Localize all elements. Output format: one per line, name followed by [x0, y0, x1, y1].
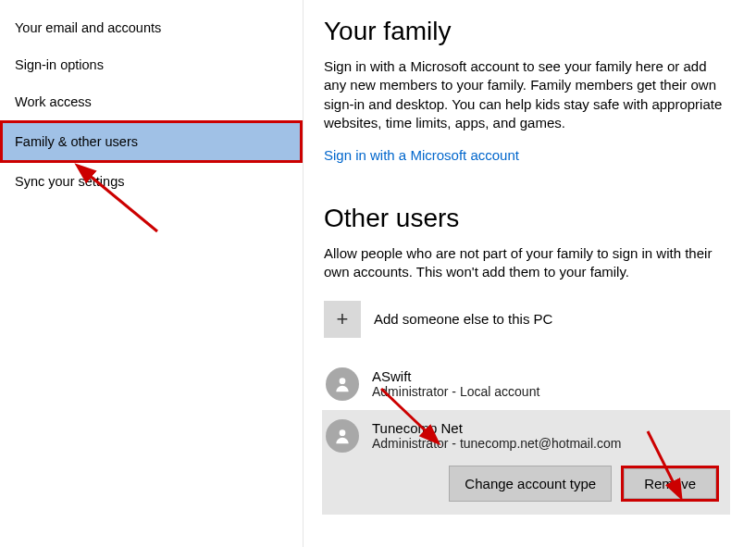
user-name: ASwift [372, 368, 539, 384]
user-actions: Change account type Remove [324, 466, 719, 502]
user-subtitle: Administrator - tunecomp.net@hotmail.com [372, 436, 621, 451]
sidebar-item-family-users-highlight: Family & other users [0, 120, 303, 163]
add-user-button[interactable]: + Add someone else to this PC [324, 301, 730, 338]
main-content: Your family Sign in with a Microsoft acc… [304, 0, 756, 547]
other-users-heading: Other users [324, 204, 730, 233]
other-users-description: Allow people who are not part of your fa… [324, 244, 730, 282]
user-info: Tunecomp Net Administrator - tunecomp.ne… [372, 420, 621, 451]
user-icon [326, 419, 359, 453]
sidebar-item-sync-settings[interactable]: Sync your settings [0, 163, 303, 200]
remove-button[interactable]: Remove [624, 468, 716, 499]
change-account-type-button[interactable]: Change account type [449, 466, 612, 502]
user-row-aswift[interactable]: ASwift Administrator - Local account [324, 358, 730, 410]
remove-button-highlight: Remove [621, 466, 719, 502]
sidebar-item-email-accounts[interactable]: Your email and accounts [0, 9, 303, 46]
plus-icon: + [324, 301, 361, 338]
add-user-label: Add someone else to this PC [374, 311, 552, 327]
user-name: Tunecomp Net [372, 420, 621, 436]
sidebar-item-work-access[interactable]: Work access [0, 83, 303, 120]
svg-point-0 [340, 378, 346, 384]
family-heading: Your family [324, 17, 730, 46]
family-section: Your family Sign in with a Microsoft acc… [324, 17, 730, 163]
user-row-tunecomp[interactable]: Tunecomp Net Administrator - tunecomp.ne… [324, 419, 719, 453]
other-users-section: Other users Allow people who are not par… [324, 204, 730, 515]
sidebar-item-signin-options[interactable]: Sign-in options [0, 46, 303, 83]
user-subtitle: Administrator - Local account [372, 384, 539, 399]
user-icon [326, 367, 359, 401]
svg-point-1 [340, 429, 346, 436]
sidebar: Your email and accounts Sign-in options … [0, 0, 304, 547]
family-description: Sign in with a Microsoft account to see … [324, 57, 730, 132]
sidebar-item-family-users[interactable]: Family & other users [3, 123, 300, 160]
user-info: ASwift Administrator - Local account [372, 368, 539, 399]
signin-microsoft-link[interactable]: Sign in with a Microsoft account [324, 147, 519, 163]
user-row-tunecomp-selected: Tunecomp Net Administrator - tunecomp.ne… [322, 410, 730, 515]
